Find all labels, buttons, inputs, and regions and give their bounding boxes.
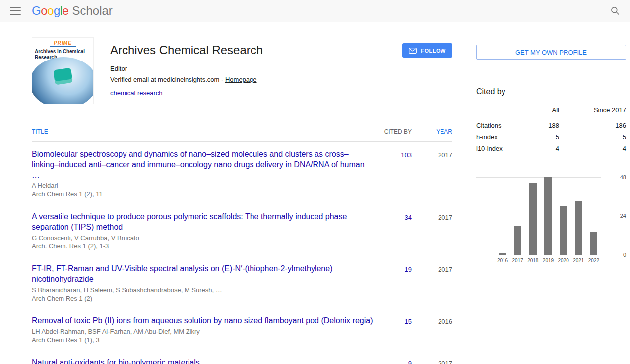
publication-year: 2017: [438, 360, 452, 364]
publications-header-row: TITLE CITED BY YEAR: [32, 122, 452, 142]
publication-authors: A Heidari: [32, 182, 373, 190]
metric-all-value: 4: [529, 145, 559, 152]
publication-venue: Arch. Chem. Res 1 (2), 1-3: [32, 242, 373, 250]
chart-y-tick: 0: [606, 252, 626, 258]
interests: chemical research: [110, 88, 402, 97]
chart-plot-area: 2016201720182019202020212022: [476, 177, 601, 255]
publication-row: A versatile technique to produce porous …: [32, 204, 452, 256]
publication-venue: Arch Chem Res 1 (1), 3: [32, 336, 373, 344]
chart-bar-column: 2020: [556, 177, 571, 255]
chart-bar-column: 2019: [541, 177, 556, 255]
metric-all-value: 5: [529, 133, 559, 141]
publications-table: TITLE CITED BY YEAR Biomolecular spectro…: [32, 122, 452, 364]
cited-by-heading: Cited by: [476, 87, 626, 96]
chart-x-label: 2022: [584, 258, 603, 263]
get-my-own-profile-button[interactable]: GET MY OWN PROFILE: [476, 45, 626, 60]
menu-icon[interactable]: [10, 7, 21, 15]
metric-since-value: 4: [559, 145, 626, 152]
page-title: Archives Chemical Research: [110, 43, 402, 57]
citations-bar-2020[interactable]: [560, 206, 567, 255]
publication-row: FT-IR, FT-Raman and UV-Visible spectral …: [32, 256, 452, 308]
cited-by-count-link[interactable]: 15: [405, 318, 412, 325]
column-header-all: All: [529, 106, 559, 114]
i10-index-row: i10-index 4 4: [476, 143, 626, 154]
chart-bar-column: 2018: [525, 177, 540, 255]
logo-letter: o: [41, 4, 47, 18]
metric-since-value: 186: [559, 122, 626, 129]
metric-label: Citations: [476, 122, 529, 129]
citations-bar-2021[interactable]: [575, 201, 582, 255]
envelope-icon: [409, 48, 417, 54]
publication-venue: Arch Chem Res 1 (2), 11: [32, 190, 373, 198]
profile-main-column: PRIME Archives in Chemical Research Arch…: [32, 37, 452, 364]
verified-email-text: Verified email at medicineinsights.com -: [110, 76, 225, 83]
publication-year: 2017: [438, 266, 452, 273]
logo-letter: e: [63, 4, 69, 18]
h-index-row: h-index 5 5: [476, 131, 626, 143]
cited-by-count-link[interactable]: 103: [401, 151, 412, 159]
scholar-wordmark: Scholar: [72, 4, 112, 18]
publication-authors: S Bharanidharan, H Saleem, S Subashchand…: [32, 286, 373, 294]
homepage-link[interactable]: Homepage: [225, 76, 257, 83]
top-app-bar: Google Scholar: [0, 0, 630, 22]
publication-title-link[interactable]: FT-IR, FT-Raman and UV-Visible spectral …: [32, 263, 373, 284]
publication-title-link[interactable]: Natural anti-oxidants for bio-polymeric …: [32, 357, 373, 364]
citations-bar-2018[interactable]: [529, 183, 537, 255]
metric-since-value: 5: [559, 133, 626, 141]
cited-by-count-link[interactable]: 9: [408, 360, 412, 364]
publication-row: Removal of toxic Pb (II) ions from aqueo…: [32, 308, 452, 350]
profile-header: PRIME Archives in Chemical Research Arch…: [32, 37, 452, 104]
publication-venue: Arch Chem Res 1 (2): [32, 294, 373, 303]
publication-year: 2017: [438, 214, 452, 221]
citations-per-year-chart: 2016201720182019202020212022 48 24 0: [476, 177, 626, 255]
publication-authors: G Conoscenti, V Carrubba, V Brucato: [32, 234, 373, 242]
verified-email: Verified email at medicineinsights.com -…: [110, 76, 402, 83]
column-header-year[interactable]: YEAR: [436, 128, 452, 135]
column-header-title[interactable]: TITLE: [32, 128, 48, 135]
chart-bar-column: 2016: [495, 177, 510, 255]
metric-all-value: 188: [529, 122, 559, 129]
publication-year: 2017: [438, 151, 452, 159]
scholar-logo[interactable]: Google Scholar: [32, 4, 113, 18]
page-body: PRIME Archives in Chemical Research Arch…: [0, 22, 630, 364]
profile-role: Editor: [110, 65, 402, 72]
interest-link[interactable]: chemical research: [110, 89, 163, 97]
publication-title-link[interactable]: A versatile technique to produce porous …: [32, 211, 373, 232]
citations-bar-2017[interactable]: [514, 226, 521, 255]
chart-bar-column: 2022: [586, 177, 601, 255]
logo-letter: o: [47, 4, 54, 18]
citations-bar-2016[interactable]: [499, 253, 506, 255]
citations-sidebar: GET MY OWN PROFILE Cited by All Since 20…: [476, 37, 626, 364]
chart-y-tick: 24: [606, 213, 626, 219]
publication-authors: LH Abdel-Rahman, BSF Al-Farhan, AM Abu-D…: [32, 327, 373, 336]
search-icon[interactable]: [610, 6, 620, 16]
chart-bar-column: 2017: [510, 177, 525, 255]
cited-by-count-link[interactable]: 34: [405, 214, 412, 221]
citations-bar-2019[interactable]: [544, 177, 552, 255]
follow-button[interactable]: FOLLOW: [402, 43, 452, 58]
citations-bar-2022[interactable]: [590, 232, 597, 255]
profile-info: Archives Chemical Research Editor Verifi…: [110, 37, 402, 104]
column-header-cited-by: CITED BY: [373, 128, 412, 135]
column-header-since: Since 2017: [559, 106, 626, 114]
logo-letter: G: [32, 4, 41, 18]
publication-row: Biomolecular spectroscopy and dynamics o…: [32, 142, 452, 204]
metric-label: i10-index: [476, 145, 529, 152]
metric-label: h-index: [476, 133, 529, 141]
chart-bar-column: 2021: [571, 177, 586, 255]
avatar-prime-logo: PRIME: [50, 38, 76, 47]
publication-title-link[interactable]: Removal of toxic Pb (II) ions from aqueo…: [32, 315, 373, 326]
publication-title-link[interactable]: Biomolecular spectroscopy and dynamics o…: [32, 149, 373, 180]
profile-photo: PRIME Archives in Chemical Research: [32, 37, 94, 104]
publication-year: 2016: [438, 318, 452, 325]
follow-button-label: FOLLOW: [421, 48, 446, 54]
citations-row: Citations 188 186: [476, 120, 626, 131]
cited-by-count-link[interactable]: 19: [405, 266, 412, 273]
chart-y-tick: 48: [606, 174, 626, 180]
cited-by-table: All Since 2017 Citations 188 186 h-index…: [476, 106, 626, 154]
cited-by-table-header: All Since 2017: [476, 106, 626, 120]
avatar-flask-graphic: [53, 68, 73, 85]
logo-letter: g: [54, 4, 60, 18]
publication-row: Natural anti-oxidants for bio-polymeric …: [32, 350, 452, 364]
